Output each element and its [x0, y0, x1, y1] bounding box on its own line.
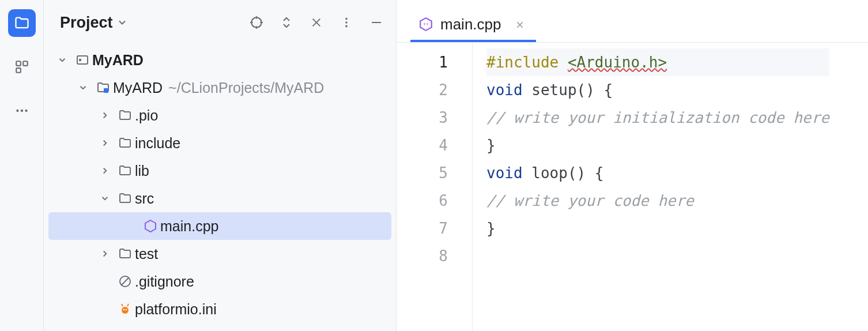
dir-icon [115, 164, 135, 178]
svg-line-26 [122, 304, 123, 306]
more-vertical-icon [340, 16, 353, 29]
code-token: void [486, 81, 531, 99]
gutter-line[interactable]: 5 [397, 159, 448, 187]
dir-icon [115, 136, 135, 150]
dir-icon [115, 108, 135, 122]
code-editor[interactable]: 12345678 #include <Arduino.h>void setup(… [397, 43, 868, 331]
expand-icon [280, 16, 293, 29]
chevron-down-icon[interactable] [73, 82, 93, 93]
more-tools-button[interactable] [8, 97, 36, 125]
code-token: #include [486, 54, 568, 71]
project-panel: Project [44, 0, 397, 331]
tree-arrow-icon[interactable] [95, 249, 115, 259]
svg-point-24 [123, 309, 125, 311]
tree-arrow-icon[interactable] [95, 193, 115, 204]
svg-marker-20 [145, 220, 156, 232]
code-line[interactable]: } [486, 131, 829, 159]
tree-node-label: MyARD [92, 52, 144, 69]
dir-open-icon [115, 191, 135, 205]
tree-arrow-icon[interactable] [95, 110, 115, 121]
close-icon [515, 20, 524, 29]
tree-module[interactable]: MyARD ~/CLionProjects/MyARD [44, 74, 396, 101]
editor-tabs: ++ main.cpp [397, 0, 868, 43]
gutter-line[interactable]: 6 [397, 187, 448, 215]
chevron-down-icon[interactable] [52, 55, 73, 65]
tree-node-label: platformio.ini [135, 301, 217, 318]
gutter-line[interactable]: 7 [397, 215, 448, 242]
tree-arrow-icon[interactable] [95, 138, 115, 148]
gutter-line[interactable]: 3 [397, 104, 448, 131]
close-tab-button[interactable] [512, 16, 528, 33]
code-line[interactable]: // write your code here [486, 187, 829, 215]
select-opened-file-button[interactable] [247, 13, 266, 32]
code-line[interactable]: #include <Arduino.h> [486, 48, 829, 76]
code-token: () { [568, 164, 604, 182]
tree-node-include[interactable]: include [44, 129, 396, 157]
code-token: // write your initialization code here [486, 109, 829, 126]
svg-point-25 [126, 309, 127, 311]
tree-node-lib[interactable]: lib [44, 157, 396, 185]
tree-node-label: MyARD [113, 80, 163, 96]
dir-icon [115, 247, 135, 261]
svg-rect-0 [16, 61, 21, 66]
close-icon [310, 16, 323, 29]
structure-tool-button[interactable] [8, 53, 36, 81]
code-line[interactable]: void setup() { [486, 76, 829, 104]
tree-node-label: .pio [135, 107, 158, 124]
gutter-line[interactable]: 8 [397, 242, 448, 270]
panel-options-button[interactable] [337, 13, 356, 32]
cpp-icon [141, 219, 160, 233]
code-token: } [486, 137, 496, 154]
tree-node-test[interactable]: test [44, 240, 396, 268]
code-line[interactable]: void loop() { [486, 159, 829, 187]
expand-collapse-button[interactable] [277, 13, 296, 32]
activity-rail [0, 0, 44, 331]
more-horizontal-icon [14, 103, 29, 118]
code-token: setup [531, 81, 576, 99]
hide-panel-button[interactable] [307, 13, 326, 32]
project-tree[interactable]: MyARD MyARD ~/CLionProjects/MyARD .pioin… [44, 45, 396, 324]
svg-line-22 [122, 278, 129, 285]
svg-point-5 [25, 110, 27, 112]
tree-node-platformio-ini[interactable]: platformio.ini [44, 295, 396, 323]
module-icon [93, 81, 113, 95]
tree-node-label: lib [135, 163, 149, 179]
svg-rect-1 [16, 68, 21, 73]
code-token: loop [531, 164, 568, 182]
structure-icon [14, 59, 29, 74]
tree-node-src[interactable]: src [44, 185, 396, 212]
code-token: () { [577, 81, 613, 99]
project-panel-title[interactable]: Project [60, 14, 128, 32]
code-lines[interactable]: #include <Arduino.h>void setup() {// wri… [473, 43, 829, 331]
app-root: Project [0, 0, 868, 331]
svg-point-23 [122, 307, 129, 314]
tree-node--gitignore[interactable]: .gitignore [44, 268, 396, 295]
gutter-line[interactable]: 1 [397, 48, 448, 76]
code-token: // write your code here [486, 192, 694, 209]
gutter: 12345678 [397, 43, 473, 331]
minimize-panel-button[interactable] [367, 13, 386, 32]
gutter-line[interactable]: 2 [397, 76, 448, 104]
target-icon [249, 15, 264, 30]
code-line[interactable]: } [486, 215, 829, 242]
tree-root[interactable]: MyARD [44, 46, 396, 74]
svg-point-18 [80, 59, 81, 61]
tree-node-label: src [135, 190, 154, 207]
editor-tab[interactable]: ++ main.cpp [410, 9, 536, 42]
project-panel-header: Project [44, 0, 396, 45]
code-token: void [486, 164, 531, 182]
gutter-line[interactable]: 4 [397, 131, 448, 159]
tree-node-main-cpp[interactable]: main.cpp [48, 212, 391, 240]
project-tool-button[interactable] [8, 9, 36, 37]
svg-point-3 [16, 110, 18, 112]
svg-point-6 [251, 17, 261, 27]
svg-point-14 [345, 21, 348, 24]
tree-node-label: main.cpp [160, 218, 218, 235]
code-token: <Arduino.h> [568, 54, 667, 71]
cpp-file-icon: ++ [418, 17, 433, 32]
svg-line-27 [127, 304, 129, 306]
tree-node-path: ~/CLionProjects/MyARD [168, 80, 324, 96]
tree-arrow-icon[interactable] [95, 166, 115, 176]
code-line[interactable]: // write your initialization code here [486, 104, 829, 131]
tree-node--pio[interactable]: .pio [44, 101, 396, 129]
